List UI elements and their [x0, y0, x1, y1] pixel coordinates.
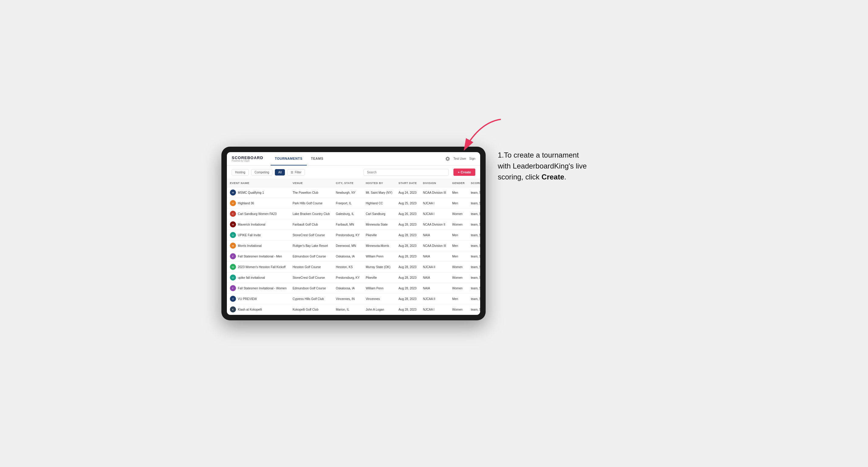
hosted-by-cell: Vincennes [363, 293, 396, 304]
event-name-cell: C Carl Sandburg Women FA23 [227, 209, 289, 219]
event-name: Morris Invitational [238, 244, 261, 247]
scoring-cell: team, Stroke Play [468, 272, 480, 283]
venue-cell: Hesston Golf Course [289, 262, 333, 272]
nav-tournaments[interactable]: TOURNAMENTS [271, 152, 307, 165]
logo-area: SCOREBOARD Powered by Clippit [232, 156, 263, 162]
venue-cell: Park Hills Golf Course [289, 198, 333, 209]
event-name-cell: K Klash at Kokopelli [227, 304, 289, 315]
gender-cell: Women [449, 304, 468, 315]
col-header-division: DIVISION [420, 179, 449, 187]
team-logo: F [230, 253, 236, 259]
filter-options-btn[interactable]: ☰ Filter [287, 169, 305, 176]
hosted-by-cell: William Penn [363, 251, 396, 262]
event-name: upike fall invitational [238, 276, 265, 279]
division-cell: NJCAA I [420, 209, 449, 219]
event-name-cell: M MSMC Qualifying 1 [227, 187, 289, 198]
nav-teams[interactable]: TEAMS [307, 152, 328, 165]
all-filter-btn[interactable]: All [275, 169, 285, 176]
team-logo: U [230, 232, 236, 238]
scoring-cell: team, Stroke Play [468, 187, 480, 198]
top-nav: SCOREBOARD Powered by Clippit TOURNAMENT… [227, 152, 480, 165]
division-cell: NCAA Division III [420, 187, 449, 198]
event-name: UPIKE Fall Invite [238, 234, 261, 237]
city-state-cell: Prestonsburg, KY [333, 272, 363, 283]
city-state-cell: Freeport, IL [333, 198, 363, 209]
app-logo-sub: Powered by Clippit [232, 160, 263, 162]
table-row: W 2023 Women's Hesston Fall Kickoff Hess… [227, 262, 480, 272]
scoring-cell: team, Stroke Play [468, 262, 480, 272]
team-logo: C [230, 211, 236, 217]
venue-cell: Edmundson Golf Course [289, 283, 333, 293]
city-state-cell: Galesburg, IL [333, 209, 363, 219]
arrow-graphic [455, 116, 504, 159]
city-state-cell: Faribault, MN [333, 219, 363, 230]
gender-cell: Men [449, 251, 468, 262]
event-name-cell: U upike fall invitational [227, 272, 289, 283]
division-cell: NAIA [420, 272, 449, 283]
venue-cell: Edmundson Golf Course [289, 251, 333, 262]
table-row: V VU PREVIEW Cypress Hills Golf ClubVinc… [227, 293, 480, 304]
gender-cell: Women [449, 283, 468, 293]
scoring-cell: team, Stroke Play [468, 198, 480, 209]
gender-cell: Men [449, 241, 468, 251]
event-name: VU PREVIEW [238, 297, 257, 301]
city-state-cell: Oskaloosa, IA [333, 283, 363, 293]
start-date-cell: Aug 25, 2023 [396, 198, 420, 209]
start-date-cell: Aug 28, 2023 [396, 293, 420, 304]
start-date-cell: Aug 28, 2023 [396, 272, 420, 283]
division-cell: NAIA [420, 251, 449, 262]
event-name: Klash at Kokopelli [238, 308, 262, 311]
city-state-cell: Deerwood, MN [333, 241, 363, 251]
event-name-cell: W 2023 Women's Hesston Fall Kickoff [227, 262, 289, 272]
scoring-cell: team, Stroke Play [468, 219, 480, 230]
start-date-cell: Aug 28, 2023 [396, 262, 420, 272]
start-date-cell: Aug 28, 2023 [396, 230, 420, 241]
hosting-filter-btn[interactable]: Hosting [232, 169, 249, 176]
gender-cell: Women [449, 262, 468, 272]
hosted-by-cell: John A Logan [363, 304, 396, 315]
venue-cell: StoneCrest Golf Course [289, 230, 333, 241]
search-box [364, 169, 448, 176]
scoring-cell: team, Stroke Play [468, 304, 480, 315]
event-name-cell: F Fall Statesmen Invitational - Women [227, 283, 289, 293]
venue-cell: Kokopelli Golf Club [289, 304, 333, 315]
search-input[interactable] [364, 169, 448, 176]
app-logo: SCOREBOARD [232, 156, 263, 160]
hosted-by-cell: William Penn [363, 283, 396, 293]
start-date-cell: Aug 28, 2023 [396, 219, 420, 230]
team-logo: U [230, 275, 236, 281]
division-cell: NJCAA I [420, 304, 449, 315]
scoring-cell: team, Stroke Play [468, 241, 480, 251]
city-state-cell: Hesston, KS [333, 262, 363, 272]
event-name-cell: U UPIKE Fall Invite [227, 230, 289, 241]
hosted-by-cell: Minnesota State [363, 219, 396, 230]
team-logo: M [230, 189, 236, 195]
division-cell: NAIA [420, 283, 449, 293]
col-header-venue: VENUE [289, 179, 333, 187]
team-logo: H [230, 200, 236, 206]
col-header-city--state: CITY, STATE [333, 179, 363, 187]
event-name: Fall Statesmen Invitational - Men [238, 255, 282, 258]
table-row: M MSMC Qualifying 1 The Powelton ClubNew… [227, 187, 480, 198]
gender-cell: Women [449, 219, 468, 230]
team-logo: V [230, 296, 236, 302]
team-logo: M [230, 221, 236, 227]
table-row: F Fall Statesmen Invitational - Women Ed… [227, 283, 480, 293]
team-logo: F [230, 285, 236, 291]
col-header-event-name: EVENT NAME [227, 179, 289, 187]
city-state-cell: Newburgh, NY [333, 187, 363, 198]
col-header-start-date: START DATE [396, 179, 420, 187]
hosted-by-cell: Murray State (OK) [363, 262, 396, 272]
venue-cell: Lake Bracken Country Club [289, 209, 333, 219]
gender-cell: Men [449, 293, 468, 304]
hosted-by-cell: Carl Sandburg [363, 209, 396, 219]
create-button[interactable]: + Create [454, 168, 475, 176]
create-cta: Create [541, 173, 564, 181]
event-name: MSMC Qualifying 1 [238, 191, 264, 194]
settings-icon[interactable] [445, 156, 451, 161]
city-state-cell: Prestonsburg, KY [333, 230, 363, 241]
toolbar: Hosting Competing All ☰ Filter + Create [227, 165, 480, 179]
venue-cell: Cypress Hills Golf Club [289, 293, 333, 304]
competing-filter-btn[interactable]: Competing [251, 169, 272, 176]
table-row: F Fall Statesmen Invitational - Men Edmu… [227, 251, 480, 262]
